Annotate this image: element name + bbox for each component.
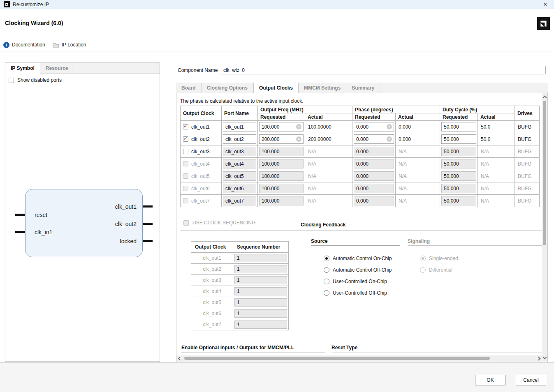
tab-board[interactable]: Board [176,83,202,93]
phase-actual: N/A [396,145,440,158]
radio-icon [324,290,329,296]
phase-requested-clk_out7-input [354,196,394,205]
output-clock-enable-clk_out3[interactable]: clk_out3 [181,149,221,154]
freq-requested-clk_out5-input [260,172,303,180]
radio-automatic-control-on-chip[interactable]: Automatic Control On-Chip [324,253,392,264]
reset-type-title: Reset Type [331,345,357,350]
table-row: clk_out6N/AN/AN/ABUFG [181,182,540,195]
port-label-clk_out2: clk_out2 [115,221,137,227]
vertical-scrollbar[interactable] [542,93,547,361]
checkbox-checked-icon: ✓ [183,124,188,129]
drives-value: BUFG [515,170,540,182]
clear-icon[interactable]: ✕ [387,136,392,142]
table-row: ✓clk_out2✕200.00000✕0.00050.0BUFG [181,133,540,145]
port-name-clk_out6-input [223,184,256,193]
col-requested: Requested [440,113,478,121]
close-icon[interactable]: ✕ [542,1,549,8]
col-output-freq: Output Freq (MHz) [258,106,352,113]
duty-requested-clk_out7 [441,196,476,205]
port-name-clk_out6 [223,184,256,193]
output-clock-enable-clk_out1[interactable]: ✓clk_out1 [181,124,221,130]
port-label-clk_out1: clk_out1 [115,203,137,210]
duty-actual: 50.0 [478,133,515,145]
table-row: clk_out5N/AN/AN/ABUFG [181,170,540,182]
port-label-reset: reset [35,212,47,218]
tab-ip-symbol[interactable]: IP Symbol [5,63,40,74]
phase-requested-clk_out4 [354,159,394,168]
sequence-number-clk_out3 [234,276,287,284]
duty-requested-clk_out4 [441,159,476,168]
duty-requested-clk_out5 [441,171,476,181]
checkbox-unchecked-icon [9,78,14,83]
scroll-down-icon[interactable] [543,355,546,359]
tab-clocking-options[interactable]: Clocking Options [202,83,253,93]
pin-clk_out2 [143,223,153,225]
table-row: ✓clk_out1✕100.00000✕0.00050.0BUFG [181,121,540,133]
tab-mmcm-settings[interactable]: MMCM Settings [299,83,346,93]
tab-summary[interactable]: Summary [346,83,380,93]
horizontal-scrollbar-thumb[interactable] [184,357,490,360]
scroll-up-icon[interactable] [543,96,546,99]
duty-requested-clk_out2-input[interactable] [442,135,476,143]
sequence-number-input [235,254,287,262]
ok-button[interactable]: OK [475,375,505,385]
vertical-scrollbar-thumb[interactable] [543,101,546,245]
freq-requested-clk_out7 [259,196,304,205]
seq-clock-label: clk_out5 [191,297,233,308]
table-row: clk_out3N/AN/AN/ABUFG [181,145,540,158]
scroll-right-icon[interactable] [537,357,540,360]
cancel-button[interactable]: Cancel [516,375,546,385]
component-name-input[interactable] [221,66,546,74]
documentation-button[interactable]: i Documentation [3,42,45,48]
output-clock-label: clk_out2 [191,136,210,142]
table-row: clk_out1 [191,253,289,264]
checkbox-checked-icon: ✓ [183,136,188,142]
horizontal-scrollbar[interactable] [176,355,542,361]
phase-actual: N/A [396,170,440,182]
radio-label: Automatic Control Off-Chip [333,267,392,273]
radio-label: Single-ended [429,256,458,261]
output-clock-enable-clk_out2[interactable]: ✓clk_out2 [181,136,221,142]
radio-icon [324,267,329,273]
scroll-left-icon[interactable] [178,357,181,360]
duty-requested-clk_out7-input [442,196,476,205]
radio-user-controlled-off-chip[interactable]: User-Controlled Off-Chip [324,287,392,299]
radio-automatic-control-off-chip[interactable]: Automatic Control Off-Chip [324,264,392,276]
checkbox-unchecked-icon [183,173,188,179]
freq-actual: N/A [305,145,352,158]
pin-clk_in1 [15,231,25,233]
table-row: clk_out7 [191,319,289,330]
table-row: clk_out5 [191,297,289,308]
duty-actual: N/A [478,170,515,182]
radio-label: Automatic Control On-Chip [333,256,392,261]
tab-output-clocks[interactable]: Output Clocks [253,83,299,94]
clear-icon[interactable]: ✕ [387,124,392,129]
pin-reset [15,214,25,216]
ip-location-button[interactable]: IP Location [53,42,86,48]
duty-requested-clk_out6 [441,184,476,193]
table-row: clk_out4N/AN/AN/ABUFG [181,158,540,170]
port-name-clk_out1-input[interactable] [223,122,256,131]
checkbox-unchecked-icon [183,149,188,154]
col-actual: Actual [396,113,440,121]
divider [311,245,400,246]
clear-icon[interactable]: ✕ [296,124,301,129]
radio-user-controlled-on-chip[interactable]: User-Controlled On-Chip [324,276,392,287]
port-name-clk_out2-input[interactable] [223,135,256,143]
port-name-clk_out5-input [223,172,256,180]
radio-icon [324,256,329,261]
tab-resource[interactable]: Resource [40,63,74,74]
ip-location-label: IP Location [62,42,86,48]
table-row: clk_out6 [191,308,289,319]
duty-actual: N/A [478,158,515,170]
duty-actual: 50.0 [478,121,515,133]
clear-icon[interactable]: ✕ [296,136,301,142]
duty-requested-clk_out1-input[interactable] [442,122,476,131]
seq-clock-label: clk_out1 [191,253,233,264]
show-disabled-ports-checkbox[interactable]: Show disabled ports [9,77,62,83]
seq-clock-label: clk_out6 [191,308,233,319]
sequence-number-input [235,277,287,284]
phase-requested-clk_out1: ✕ [354,122,394,131]
seq-clock-label: clk_out2 [191,264,233,275]
freq-requested-clk_out4-input [260,159,303,168]
